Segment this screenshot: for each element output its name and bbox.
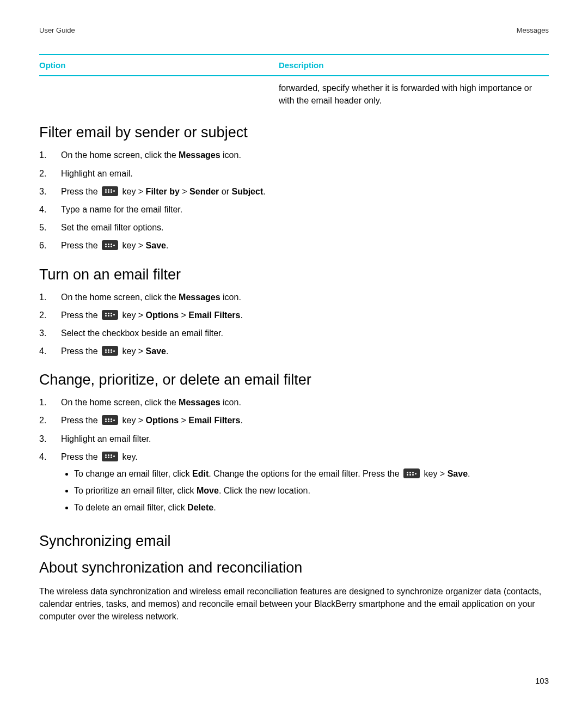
page-number: 103 — [535, 676, 549, 685]
text: Press the — [61, 311, 100, 320]
list-item: Highlight an email filter. — [39, 433, 549, 445]
heading-change: Change, prioritize, or delete an email f… — [39, 372, 549, 388]
text: key > — [120, 187, 146, 196]
text-bold: Messages — [179, 398, 220, 407]
text-bold: Subject — [231, 187, 263, 196]
text: On the home screen, click the — [61, 398, 179, 407]
text: Press the — [61, 346, 100, 356]
page-header: User Guide Messages — [39, 26, 549, 34]
text-bold: Delete — [187, 503, 213, 512]
text: . — [166, 346, 168, 356]
td-option — [39, 76, 279, 110]
menu-key-icon — [102, 240, 118, 250]
text: > — [180, 187, 189, 196]
text: . — [468, 469, 470, 478]
list-item: Press the key > Filter by > Sender or Su… — [39, 185, 549, 198]
text: . Change the options for the email filte… — [209, 469, 402, 478]
text-bold: Edit — [192, 469, 209, 478]
text: Highlight an email. — [61, 169, 133, 178]
menu-key-icon — [102, 346, 118, 356]
steps-change: On the home screen, click the Messages i… — [39, 396, 549, 514]
td-description: forwarded, specify whether it is forward… — [279, 76, 549, 110]
text-bold: Move — [197, 486, 219, 495]
list-item: Press the key. To change an email filter… — [39, 451, 549, 514]
options-table: Option Description forwarded, specify wh… — [39, 54, 549, 110]
text-bold: Filter by — [146, 187, 180, 196]
text-bold: Options — [146, 311, 179, 320]
text: key > — [421, 469, 448, 478]
text: Type a name for the email filter. — [61, 205, 182, 214]
steps-filter: On the home screen, click the Messages i… — [39, 149, 549, 252]
header-right: Messages — [517, 26, 549, 34]
th-option: Option — [39, 54, 279, 76]
text-bold: Email Filters — [188, 416, 240, 425]
list-item: Press the key > Save. — [39, 345, 549, 357]
page: User Guide Messages Option Description f… — [0, 0, 588, 706]
menu-key-icon — [102, 415, 118, 425]
text: Highlight an email filter. — [61, 434, 151, 443]
table-header-row: Option Description — [39, 54, 549, 76]
text: or — [219, 187, 231, 196]
steps-turn-on: On the home screen, click the Messages i… — [39, 291, 549, 358]
menu-key-icon — [102, 186, 118, 196]
text: key > — [120, 346, 146, 356]
text: On the home screen, click the — [61, 150, 179, 160]
list-item: Press the key > Options > Email Filters. — [39, 309, 549, 321]
text: . — [240, 311, 242, 320]
text: key > — [120, 241, 146, 250]
text: . — [240, 416, 242, 425]
text: Press the — [61, 416, 100, 425]
list-item: To change an email filter, click Edit. C… — [74, 467, 549, 480]
text: On the home screen, click the — [61, 293, 179, 302]
text-bold: Save — [448, 469, 468, 478]
text: Press the — [61, 452, 100, 461]
text-bold: Save — [146, 241, 166, 250]
text: Select the checkbox beside an email filt… — [61, 328, 223, 338]
list-item: On the home screen, click the Messages i… — [39, 149, 549, 161]
text: > — [179, 311, 188, 320]
text: . — [213, 503, 216, 512]
text: key > — [120, 416, 146, 425]
list-item: On the home screen, click the Messages i… — [39, 291, 549, 303]
text: key. — [120, 452, 138, 461]
list-item: To prioritize an email filter, click Mov… — [74, 484, 549, 497]
menu-key-icon — [102, 452, 118, 461]
text-bold: Email Filters — [188, 311, 240, 320]
text-bold: Messages — [179, 293, 220, 302]
list-item: Press the key > Save. — [39, 239, 549, 252]
menu-key-icon — [403, 468, 420, 478]
table-row: forwarded, specify whether it is forward… — [39, 76, 549, 110]
text: To change an email filter, click — [74, 469, 192, 478]
text: icon. — [220, 293, 241, 302]
text-bold: Save — [146, 346, 166, 356]
header-left: User Guide — [39, 26, 75, 34]
list-item: On the home screen, click the Messages i… — [39, 396, 549, 409]
text-bold: Options — [146, 416, 179, 425]
text: . — [166, 241, 168, 250]
bullets-change: To change an email filter, click Edit. C… — [61, 467, 549, 514]
text: icon. — [220, 398, 241, 407]
text: icon. — [220, 150, 241, 160]
list-item: Highlight an email. — [39, 167, 549, 180]
text: . Click the new location. — [219, 486, 310, 495]
text: Press the — [61, 187, 100, 196]
text: > — [179, 416, 188, 425]
heading-about-sync: About synchronization and reconciliation — [39, 559, 549, 576]
heading-filter-email: Filter email by sender or subject — [39, 124, 549, 141]
list-item: To delete an email filter, click Delete. — [74, 501, 549, 514]
text: To prioritize an email filter, click — [74, 486, 197, 495]
text: key > — [120, 311, 146, 320]
list-item: Set the email filter options. — [39, 221, 549, 234]
text-bold: Sender — [189, 187, 219, 196]
heading-turn-on: Turn on an email filter — [39, 266, 549, 283]
text: Press the — [61, 241, 100, 250]
heading-sync: Synchronizing email — [39, 533, 549, 550]
paragraph-sync: The wireless data synchronization and wi… — [39, 585, 549, 623]
text: . — [263, 187, 265, 196]
text: Set the email filter options. — [61, 223, 164, 232]
text-bold: Messages — [179, 150, 220, 160]
list-item: Press the key > Options > Email Filters. — [39, 414, 549, 427]
th-description: Description — [279, 54, 549, 76]
list-item: Type a name for the email filter. — [39, 203, 549, 216]
menu-key-icon — [102, 310, 118, 320]
